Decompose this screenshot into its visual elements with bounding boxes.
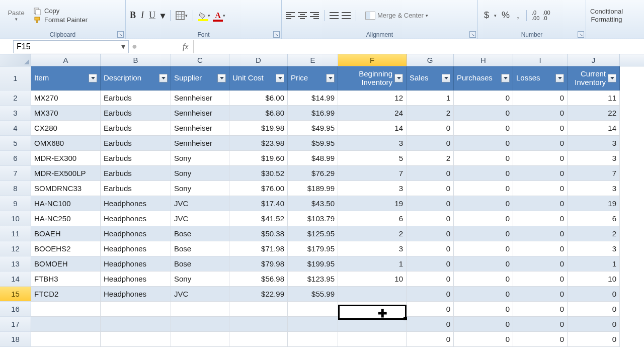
cell-E18[interactable] xyxy=(288,332,338,347)
cell-F4[interactable]: 14 xyxy=(338,121,407,136)
cell-C4[interactable]: Sennheiser xyxy=(171,121,229,136)
row-header-11[interactable]: 11 xyxy=(0,226,31,241)
cell-D9[interactable]: $17.40 xyxy=(229,196,288,211)
cell-G11[interactable]: 0 xyxy=(407,226,454,241)
column-header-C[interactable]: C xyxy=(171,54,229,66)
cell-G2[interactable]: 1 xyxy=(407,90,454,106)
cell-D15[interactable]: $22.99 xyxy=(229,287,288,302)
cell-D5[interactable]: $23.98 xyxy=(229,136,288,151)
cell-E2[interactable]: $14.99 xyxy=(288,90,338,106)
cell-I6[interactable]: 0 xyxy=(513,151,568,166)
filter-button[interactable] xyxy=(276,74,284,82)
row-header-13[interactable]: 13 xyxy=(0,256,31,272)
cell-H11[interactable]: 0 xyxy=(454,226,513,241)
cell-G15[interactable]: 0 xyxy=(407,287,454,302)
cell-J18[interactable]: 0 xyxy=(568,332,620,347)
cell-G16[interactable]: 0 xyxy=(407,302,454,317)
cell-C9[interactable]: JVC xyxy=(171,196,229,211)
cell-I10[interactable]: 0 xyxy=(513,211,568,226)
cell-F12[interactable]: 3 xyxy=(338,241,407,256)
filter-button[interactable] xyxy=(217,74,226,82)
cell-C3[interactable]: Sennheiser xyxy=(171,106,229,121)
cell-A13[interactable]: BOMOEH xyxy=(31,256,101,272)
formula-input[interactable] xyxy=(193,40,644,53)
cell-B17[interactable] xyxy=(101,317,171,332)
cell-D16[interactable] xyxy=(229,302,288,317)
cell-A8[interactable]: SOMDRNC33 xyxy=(31,181,101,196)
cell-H10[interactable]: 0 xyxy=(454,211,513,226)
row-header-18[interactable]: 18 xyxy=(0,332,31,347)
cell-A6[interactable]: MDR-EX300 xyxy=(31,151,101,166)
cell-E17[interactable] xyxy=(288,317,338,332)
cell-B10[interactable]: Headphones xyxy=(101,211,171,226)
cell-I15[interactable]: 0 xyxy=(513,287,568,302)
filter-button[interactable] xyxy=(89,74,97,82)
cell-D10[interactable]: $41.52 xyxy=(229,211,288,226)
cell-F14[interactable]: 10 xyxy=(338,272,407,287)
cell-A17[interactable] xyxy=(31,317,101,332)
cell-F5[interactable]: 3 xyxy=(338,136,407,151)
underline-button[interactable]: U xyxy=(149,10,155,21)
cell-D7[interactable]: $30.52 xyxy=(229,166,288,181)
row-header-7[interactable]: 7 xyxy=(0,166,31,181)
cell-B3[interactable]: Earbuds xyxy=(101,106,171,121)
cell-E8[interactable]: $189.99 xyxy=(288,181,338,196)
cell-A9[interactable]: HA-NC100 xyxy=(31,196,101,211)
italic-button[interactable]: I xyxy=(141,10,144,21)
column-header-G[interactable]: G xyxy=(407,54,454,66)
decrease-indent-button[interactable] xyxy=(330,12,339,19)
column-header-A[interactable]: A xyxy=(31,54,101,66)
cell-A5[interactable]: OMX680 xyxy=(31,136,101,151)
cell-F17[interactable] xyxy=(338,317,407,332)
currency-button[interactable]: $ xyxy=(482,10,491,21)
filter-button[interactable] xyxy=(501,74,510,82)
row-header-17[interactable]: 17 xyxy=(0,317,31,332)
cell-B7[interactable]: Earbuds xyxy=(101,166,171,181)
cell-D13[interactable]: $79.98 xyxy=(229,256,288,272)
cell-J10[interactable]: 6 xyxy=(568,211,620,226)
cell-B9[interactable]: Headphones xyxy=(101,196,171,211)
cell-C7[interactable]: Sony xyxy=(171,166,229,181)
cell-D12[interactable]: $71.98 xyxy=(229,241,288,256)
cell-H5[interactable]: 0 xyxy=(454,136,513,151)
cell-E6[interactable]: $48.99 xyxy=(288,151,338,166)
cell-F10[interactable]: 6 xyxy=(338,211,407,226)
cell-F13[interactable]: 1 xyxy=(338,256,407,272)
percent-button[interactable]: % xyxy=(500,10,512,21)
cell-J15[interactable]: 0 xyxy=(568,287,620,302)
name-box[interactable]: F15 ▾ xyxy=(13,40,129,53)
row-header-3[interactable]: 3 xyxy=(0,106,31,121)
cell-C16[interactable] xyxy=(171,302,229,317)
cell-C13[interactable]: Bose xyxy=(171,256,229,272)
cell-H8[interactable]: 0 xyxy=(454,181,513,196)
filter-button[interactable] xyxy=(608,74,616,82)
cell-G9[interactable]: 0 xyxy=(407,196,454,211)
bold-button[interactable]: B xyxy=(130,10,136,21)
cell-D8[interactable]: $76.00 xyxy=(229,181,288,196)
conditional-formatting-button[interactable]: Conditional Formatting xyxy=(590,8,623,23)
cell-G7[interactable]: 0 xyxy=(407,166,454,181)
cell-C12[interactable]: Bose xyxy=(171,241,229,256)
cell-I7[interactable]: 0 xyxy=(513,166,568,181)
cell-J17[interactable]: 0 xyxy=(568,317,620,332)
cell-J4[interactable]: 14 xyxy=(568,121,620,136)
row-header-2[interactable]: 2 xyxy=(0,90,31,106)
row-header-1[interactable]: 1 xyxy=(0,66,31,90)
cell-C18[interactable] xyxy=(171,332,229,347)
borders-button[interactable]: ▾ xyxy=(176,11,188,20)
cell-B16[interactable] xyxy=(101,302,171,317)
cell-H3[interactable]: 0 xyxy=(454,106,513,121)
cell-G17[interactable]: 0 xyxy=(407,317,454,332)
cell-B4[interactable]: Earbuds xyxy=(101,121,171,136)
cell-A2[interactable]: MX270 xyxy=(31,90,101,106)
cell-I5[interactable]: 0 xyxy=(513,136,568,151)
cell-J9[interactable]: 19 xyxy=(568,196,620,211)
cell-F3[interactable]: 24 xyxy=(338,106,407,121)
row-header-9[interactable]: 9 xyxy=(0,196,31,211)
alignment-dialog-launcher[interactable]: ↘ xyxy=(469,31,476,38)
cell-I16[interactable]: 0 xyxy=(513,302,568,317)
cell-J5[interactable]: 3 xyxy=(568,136,620,151)
cell-G8[interactable]: 0 xyxy=(407,181,454,196)
increase-indent-button[interactable] xyxy=(342,12,351,19)
cell-B15[interactable]: Headphones xyxy=(101,287,171,302)
